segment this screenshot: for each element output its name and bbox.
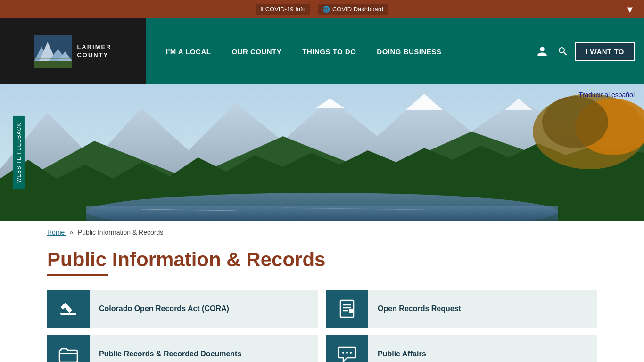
breadcrumb-home-link[interactable]: Home — [47, 229, 66, 236]
card-public-affairs[interactable]: Public Affairs — [326, 335, 597, 362]
logo-area: LARIMER COUNTY — [0, 18, 146, 84]
card-public-affairs-label: Public Affairs — [368, 350, 436, 358]
covid-info-link[interactable]: ℹ COVID-19 Info — [256, 4, 310, 15]
page-title: Public Information & Records — [47, 248, 597, 271]
svg-point-28 — [342, 352, 344, 354]
main-nav: I'M A LOCAL OUR COUNTY THINGS TO DO DOIN… — [146, 18, 644, 84]
card-open-records-request-label: Open Records Request — [368, 304, 471, 313]
title-underline — [47, 274, 108, 276]
nav-icons: I WANT TO — [534, 42, 635, 61]
svg-rect-27 — [349, 309, 354, 313]
nav-our-county[interactable]: OUR COUNTY — [221, 18, 292, 84]
list-doc-icon — [337, 298, 357, 319]
folder-icon — [58, 344, 79, 362]
card-cora-label: Colorado Open Records Act (CORA) — [90, 304, 239, 313]
nav-im-a-local[interactable]: I'M A LOCAL — [156, 18, 221, 84]
page-content: Public Information & Records Colorado Op… — [0, 244, 644, 362]
hero-image — [0, 84, 644, 221]
translate-link[interactable]: Traducir al español — [578, 91, 635, 99]
covid-dashboard-link[interactable]: 🌐 COVID Dashboard — [318, 4, 388, 15]
search-icon — [557, 46, 569, 57]
alert-chevron-icon[interactable]: ▼ — [625, 4, 635, 15]
card-open-records-request[interactable]: Open Records Request — [326, 290, 597, 328]
svg-rect-23 — [340, 300, 354, 317]
breadcrumb: Home » Public Information & Records — [0, 221, 644, 244]
site-header: LARIMER COUNTY I'M A LOCAL OUR COUNTY TH… — [0, 18, 644, 84]
card-public-affairs-icon-box — [326, 335, 368, 362]
chat-icon — [337, 344, 357, 362]
hero-section: Traducir al español Website Feedback — [0, 84, 644, 221]
svg-rect-5 — [34, 61, 72, 68]
svg-rect-20 — [60, 313, 76, 315]
svg-point-19 — [542, 96, 608, 148]
larimer-county-logo — [34, 35, 72, 68]
gavel-icon — [58, 298, 79, 319]
breadcrumb-separator: » — [69, 229, 73, 236]
nav-things-to-do[interactable]: THINGS TO DO — [292, 18, 366, 84]
account-icon-button[interactable] — [534, 43, 551, 60]
i-want-to-button[interactable]: I WANT TO — [575, 42, 635, 61]
logo-text: LARIMER COUNTY — [77, 43, 111, 59]
cards-grid: Colorado Open Records Act (CORA) Open Re… — [47, 290, 597, 362]
breadcrumb-current: Public Information & Records — [78, 229, 163, 236]
card-public-records-label: Public Records & Recorded Documents — [90, 350, 251, 358]
info-icon: ℹ — [261, 6, 263, 13]
website-feedback-tab[interactable]: Website Feedback — [13, 116, 25, 189]
card-cora-icon-box — [47, 290, 90, 328]
nav-doing-business[interactable]: DOING BUSINESS — [366, 18, 452, 84]
dashboard-icon: 🌐 — [322, 6, 330, 13]
card-public-records-icon-box — [47, 335, 90, 362]
card-cora[interactable]: Colorado Open Records Act (CORA) — [47, 290, 318, 328]
card-open-records-request-icon-box — [326, 290, 368, 328]
alert-bar: ℹ COVID-19 Info 🌐 COVID Dashboard ▼ — [0, 0, 644, 18]
card-public-records[interactable]: Public Records & Recorded Documents — [47, 335, 318, 362]
svg-point-29 — [346, 352, 348, 354]
person-icon — [537, 46, 548, 57]
svg-point-30 — [350, 352, 352, 354]
search-icon-button[interactable] — [554, 43, 571, 60]
